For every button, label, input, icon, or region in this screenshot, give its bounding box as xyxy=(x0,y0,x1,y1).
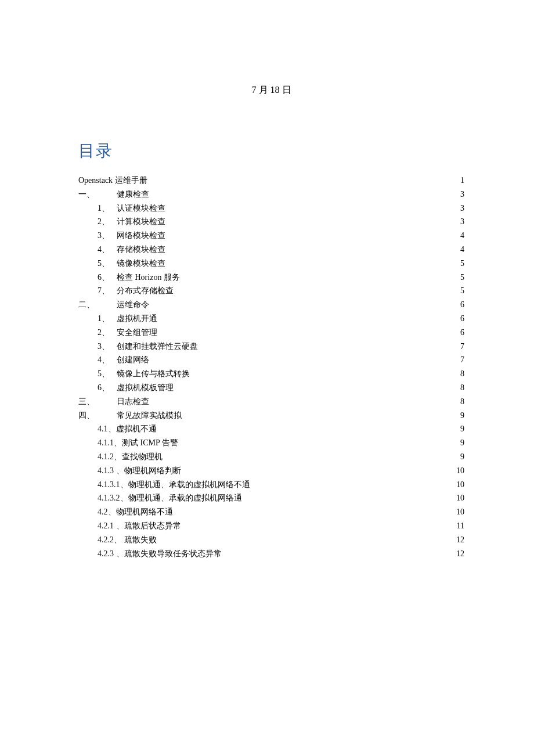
toc-entry-page: 4 xyxy=(454,229,464,243)
toc-entry-page: 7 xyxy=(454,340,464,354)
toc-title: 目录 xyxy=(78,140,464,162)
toc-entry-page: 5 xyxy=(454,257,464,271)
toc-entry-page: 8 xyxy=(454,395,464,409)
toc-entry: 一、健康检查 3 xyxy=(78,188,464,201)
toc-entry: 3、网络模块检查 4 xyxy=(78,229,464,243)
toc-entry-prefix: 3、 xyxy=(98,340,117,354)
toc-entry: 1、认证模块检查 3 xyxy=(78,201,464,215)
toc-entry-page: 5 xyxy=(454,271,464,285)
toc-entry-prefix: 2、 xyxy=(98,326,117,340)
toc-entry: 4.1.3.1、物理机通、承载的虚拟机网络不通10 xyxy=(78,478,464,492)
toc-entry-page: 9 xyxy=(454,409,464,423)
toc-entry-page: 9 xyxy=(454,422,464,436)
toc-entry: 1、虚拟机开通 6 xyxy=(78,312,464,326)
toc-entry-label: 安全组管理 xyxy=(117,326,157,340)
toc-entry: 4.1.2、查找物理机 9 xyxy=(78,450,464,464)
toc-entry-prefix: 3、 xyxy=(98,229,117,243)
toc-entry-label: 日志检查 xyxy=(117,395,149,409)
toc-entry-label: 4.1.2、查找物理机 xyxy=(98,450,163,464)
toc-entry-label: 运维命令 xyxy=(117,298,149,312)
toc-entry: 4.2.1 、疏散后状态异常 11 xyxy=(78,519,464,533)
toc-entry-label: 检查 Horizon 服务 xyxy=(117,271,180,285)
toc-entry: 3、创建和挂载弹性云硬盘 7 xyxy=(78,340,464,354)
toc-entry-prefix: 6、 xyxy=(98,381,117,395)
toc-entry: 4.1.3.2、物理机通、承载的虚拟机网络通10 xyxy=(78,491,464,505)
toc-entry: 4.1.3 、物理机网络判断 10 xyxy=(78,464,464,478)
toc-entry-page: 12 xyxy=(454,547,464,561)
toc-entry-label: 4.2.3 、疏散失败导致任务状态异常 xyxy=(98,547,222,561)
toc-entry-label: 常见故障实战模拟 xyxy=(117,409,182,423)
toc-entry-prefix: 三、 xyxy=(78,395,117,409)
document-page: 7 月 18 日 目录 Openstack 运维手册 1一、健康检查 31、认证… xyxy=(0,0,534,560)
toc-entry-page: 5 xyxy=(454,284,464,298)
toc-entry-label: 创建和挂载弹性云硬盘 xyxy=(117,340,198,354)
toc-entry-prefix: 5、 xyxy=(98,257,117,271)
toc-entry-page: 9 xyxy=(454,450,464,464)
toc-entry-prefix: 1、 xyxy=(98,201,117,215)
toc-list: Openstack 运维手册 1一、健康检查 31、认证模块检查 32、计算模块… xyxy=(78,174,464,560)
toc-entry-label: 网络模块检查 xyxy=(117,229,165,243)
toc-entry: 4.2、物理机网络不通 10 xyxy=(78,505,464,519)
toc-entry-label: 健康检查 xyxy=(117,188,149,201)
toc-entry-prefix: 4、 xyxy=(98,243,117,257)
toc-entry: 二、运维命令 6 xyxy=(78,298,464,312)
toc-entry-page: 4 xyxy=(454,243,464,257)
toc-entry-page: 8 xyxy=(454,381,464,395)
toc-entry-page: 1 xyxy=(454,174,464,188)
toc-entry-page: 8 xyxy=(454,367,464,381)
toc-entry-label: 4.1、虚拟机不通 xyxy=(98,422,157,436)
toc-entry-label: 计算模块检查 xyxy=(117,215,165,229)
toc-entry-label: 4.1.3.1、物理机通、承载的虚拟机网络不通 xyxy=(98,478,250,492)
toc-entry: 6、虚拟机模板管理 8 xyxy=(78,381,464,395)
toc-entry-page: 10 xyxy=(454,478,464,492)
toc-entry: 4、创建网络 7 xyxy=(78,353,464,367)
toc-entry-label: 镜像上传与格式转换 xyxy=(117,367,190,381)
toc-entry: 5、镜像模块检查 5 xyxy=(78,257,464,271)
toc-entry-label: 虚拟机模板管理 xyxy=(117,381,174,395)
toc-entry: 2、计算模块检查 3 xyxy=(78,215,464,229)
toc-entry-label: 4.1.3.2、物理机通、承载的虚拟机网络通 xyxy=(98,491,242,505)
toc-entry-label: 4.1.3 、物理机网络判断 xyxy=(98,464,181,478)
toc-entry-label: 4.2.1 、疏散后状态异常 xyxy=(98,519,181,533)
toc-entry: 三、日志检查 8 xyxy=(78,395,464,409)
toc-entry-page: 3 xyxy=(454,188,464,201)
toc-entry: 4.1.1、测试 ICMP 告警9 xyxy=(78,436,464,450)
toc-entry-page: 3 xyxy=(454,201,464,215)
toc-entry-page: 6 xyxy=(454,326,464,340)
toc-entry-prefix: 四、 xyxy=(78,409,117,423)
toc-entry: Openstack 运维手册 1 xyxy=(78,174,464,188)
toc-entry: 4.2.3 、疏散失败导致任务状态异常12 xyxy=(78,547,464,561)
toc-entry-label: 分布式存储检查 xyxy=(117,284,174,298)
toc-entry: 6、检查 Horizon 服务5 xyxy=(78,271,464,285)
toc-entry-page: 10 xyxy=(454,505,464,519)
toc-entry-prefix: 1、 xyxy=(98,312,117,326)
toc-entry: 4.2.2、 疏散失败 12 xyxy=(78,533,464,547)
toc-entry-label: 认证模块检查 xyxy=(117,201,165,215)
toc-entry-prefix: 一、 xyxy=(78,188,117,201)
date-header: 7 月 18 日 xyxy=(78,84,464,96)
toc-entry: 5、镜像上传与格式转换 8 xyxy=(78,367,464,381)
toc-entry-prefix: 7、 xyxy=(98,284,117,298)
toc-entry-label: 镜像模块检查 xyxy=(117,257,165,271)
toc-entry-page: 6 xyxy=(454,312,464,326)
toc-entry: 4.1、虚拟机不通 9 xyxy=(78,422,464,436)
toc-entry-page: 10 xyxy=(454,464,464,478)
toc-entry-page: 7 xyxy=(454,353,464,367)
toc-entry: 4、存储模块检查 4 xyxy=(78,243,464,257)
toc-entry-label: 存储模块检查 xyxy=(117,243,165,257)
toc-entry-page: 9 xyxy=(454,436,464,450)
toc-entry-prefix: 6、 xyxy=(98,271,117,285)
toc-entry-page: 11 xyxy=(454,519,464,533)
toc-entry-label: 虚拟机开通 xyxy=(117,312,157,326)
toc-entry-prefix: 4、 xyxy=(98,353,117,367)
toc-entry-label: 4.2、物理机网络不通 xyxy=(98,505,173,519)
toc-entry-page: 6 xyxy=(454,298,464,312)
toc-entry: 2、安全组管理 6 xyxy=(78,326,464,340)
toc-entry-page: 12 xyxy=(454,533,464,547)
toc-entry-page: 10 xyxy=(454,491,464,505)
toc-entry-prefix: 5、 xyxy=(98,367,117,381)
toc-entry: 7、分布式存储检查 5 xyxy=(78,284,464,298)
toc-entry-label: Openstack 运维手册 xyxy=(78,174,147,188)
toc-entry-label: 4.1.1、测试 ICMP 告警 xyxy=(98,436,178,450)
toc-entry: 四、常见故障实战模拟 9 xyxy=(78,409,464,423)
